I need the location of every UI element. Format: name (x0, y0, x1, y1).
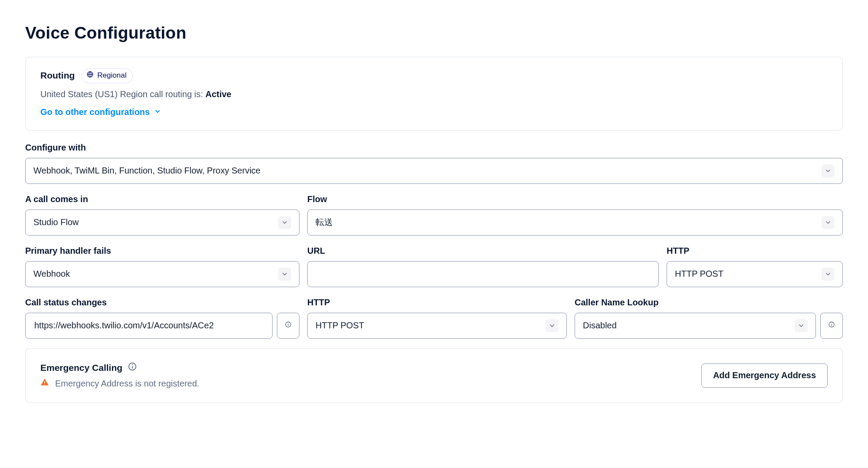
http2-select[interactable]: HTTP POST (307, 313, 567, 339)
url-input-wrap (307, 261, 659, 287)
url-input[interactable] (316, 268, 651, 280)
page-title: Voice Configuration (25, 22, 843, 45)
configure-with-value: Webhook, TwiML Bin, Function, Studio Flo… (33, 165, 260, 177)
svg-rect-11 (44, 384, 45, 385)
chevron-down-icon (822, 268, 835, 281)
configure-with-select[interactable]: Webhook, TwiML Bin, Function, Studio Flo… (25, 158, 843, 184)
svg-point-6 (831, 323, 832, 324)
call-status-label: Call status changes (25, 297, 299, 308)
chevron-down-icon (278, 268, 291, 281)
regional-chip[interactable]: Regional (82, 69, 133, 83)
call-comes-in-label: A call comes in (25, 193, 299, 205)
chevron-down-icon (822, 216, 835, 229)
call-status-input[interactable] (33, 319, 264, 332)
primary-fail-select[interactable]: Webhook (25, 261, 299, 287)
call-comes-in-select[interactable]: Studio Flow (25, 209, 299, 236)
routing-panel: Routing Regional United States (US1) Reg… (25, 57, 843, 131)
routing-heading: Routing (40, 69, 75, 82)
info-icon (828, 320, 835, 331)
flow-select[interactable]: 転送 (307, 209, 843, 236)
other-configs-link[interactable]: Go to other configurations (40, 106, 161, 118)
primary-fail-label: Primary handler fails (25, 245, 299, 257)
info-icon[interactable] (128, 362, 137, 374)
call-comes-in-value: Studio Flow (33, 216, 79, 228)
chevron-down-icon (278, 216, 291, 229)
http-label: HTTP (667, 245, 843, 257)
chevron-down-icon (154, 106, 161, 118)
emergency-message: Emergency Address is not registered. (55, 378, 199, 389)
emergency-panel: Emergency Calling Emergency Address is n… (25, 348, 843, 403)
svg-point-9 (132, 364, 133, 365)
configure-with-label: Configure with (25, 142, 843, 154)
warning-triangle-icon (40, 378, 49, 389)
cname-info-button[interactable] (820, 313, 843, 339)
svg-point-3 (288, 323, 289, 324)
cname-label: Caller Name Lookup (575, 297, 843, 308)
routing-status: United States (US1) Region call routing … (40, 88, 828, 100)
http-select[interactable]: HTTP POST (667, 261, 843, 287)
globe-icon (86, 71, 94, 81)
add-emergency-address-label: Add Emergency Address (713, 370, 816, 380)
cname-value: Disabled (583, 320, 617, 331)
http2-label: HTTP (307, 297, 567, 308)
routing-status-value: Active (205, 89, 231, 99)
svg-rect-10 (44, 381, 45, 383)
regional-chip-label: Regional (97, 71, 126, 81)
http-value: HTTP POST (675, 268, 723, 280)
url-label: URL (307, 245, 659, 257)
primary-fail-value: Webhook (33, 268, 70, 280)
other-configs-link-label: Go to other configurations (40, 106, 150, 118)
info-icon (285, 320, 292, 331)
call-status-input-wrap (25, 313, 273, 339)
flow-value: 転送 (316, 216, 333, 228)
chevron-down-icon (795, 319, 808, 332)
cname-select[interactable]: Disabled (575, 313, 816, 339)
add-emergency-address-button[interactable]: Add Emergency Address (701, 363, 828, 388)
routing-status-prefix: United States (US1) Region call routing … (40, 89, 205, 99)
chevron-down-icon (546, 319, 559, 332)
call-status-info-button[interactable] (277, 313, 299, 339)
flow-label: Flow (307, 193, 843, 205)
http2-value: HTTP POST (316, 320, 364, 331)
emergency-heading: Emergency Calling (40, 362, 122, 374)
chevron-down-icon (822, 164, 835, 177)
